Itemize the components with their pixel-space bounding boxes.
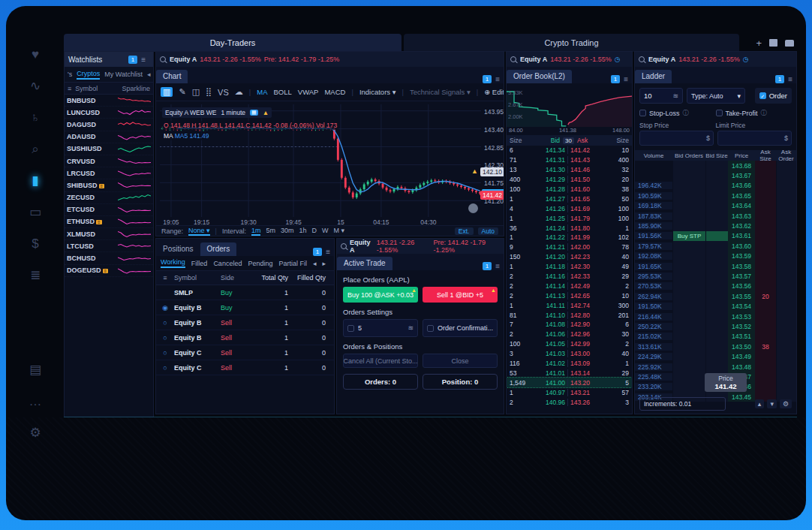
ladder-price[interactable]: 143.51 [728, 332, 755, 342]
ladder-bid-size[interactable] [705, 170, 728, 180]
ladder-bid-size[interactable] [705, 271, 728, 281]
hamburger-icon[interactable]: ≡ [68, 85, 71, 92]
ladder-ask-size[interactable] [755, 191, 776, 200]
ladder-ask-order[interactable] [776, 362, 796, 372]
ladder-bid-order[interactable] [672, 372, 705, 381]
indicator-macd[interactable]: MACD [324, 88, 345, 96]
ladder-row[interactable]: 143.67 [635, 170, 796, 180]
range-value[interactable]: None ▾ [188, 227, 210, 236]
ladder-bid-order[interactable] [672, 161, 705, 170]
ladder-bid-size[interactable] [705, 251, 728, 261]
ladder-price[interactable]: 143.55 [728, 291, 755, 301]
ladder-price[interactable]: 143.56 [728, 282, 755, 291]
cancel-all-button[interactable]: Cancel All (Current Sto... [343, 354, 418, 368]
tab-chart[interactable]: Chart [156, 70, 188, 83]
col-total-qty[interactable]: Total Qty [248, 274, 288, 282]
legend-symbol[interactable]: Equity A WEB WE [165, 109, 217, 116]
ladder-ask-size[interactable] [755, 231, 776, 241]
ladder-bid-size[interactable] [705, 201, 728, 211]
ladder-ask-order[interactable] [776, 342, 796, 351]
layout-icon[interactable]: ⣿ [206, 87, 212, 97]
watchlist-row[interactable]: BCHUSD [65, 252, 153, 264]
order-book-row[interactable]: 400141.29141.5020 [507, 175, 632, 185]
watchlist-row[interactable]: XLMUSD [65, 228, 153, 240]
ladder-price[interactable]: 143.49 [728, 351, 755, 361]
ladder-bid-size[interactable] [705, 342, 728, 351]
ladder-ask-size[interactable] [755, 321, 776, 331]
ladder-ask-order[interactable] [776, 201, 796, 211]
ladder-row[interactable]: 190.59K143.65 [635, 191, 796, 200]
order-book-menu-icon[interactable]: ≡ [624, 75, 628, 83]
workspace-tab-crypto-trading[interactable]: Crypto Trading [404, 34, 739, 52]
qty-checkbox[interactable] [347, 325, 354, 332]
ladder-ask-size[interactable] [755, 372, 776, 381]
ladder-bid-size[interactable] [705, 161, 728, 170]
subtab-partial-fil[interactable]: Partial Fil [278, 260, 307, 267]
order-book-row[interactable]: 100141.28141.6038 [507, 185, 632, 194]
take-profit-checkbox[interactable] [716, 110, 723, 116]
watchlist-row[interactable]: ETHUSD≡ [65, 216, 153, 228]
order-book-row[interactable]: 6141.34141.4210 [507, 146, 632, 155]
indicator-ma[interactable]: MA [257, 88, 267, 96]
ladder-menu-icon[interactable]: ≡ [788, 75, 792, 83]
interval-1h[interactable]: 1h [299, 227, 306, 236]
ladder-ask-size[interactable] [755, 261, 776, 271]
ladder-bid-order[interactable] [672, 170, 705, 180]
ladder-ask-size[interactable] [755, 241, 776, 251]
technical-signals-dropdown[interactable]: Technical Signals ▾ [410, 88, 471, 96]
active-trade-symbol[interactable]: Equity A [350, 239, 374, 254]
ladder-row[interactable]: 169.18K143.64 [635, 201, 796, 211]
interval-W[interactable]: W [322, 227, 329, 236]
price-axis[interactable]: 143.95143.40142.85142.30141.75141.20▲142… [482, 104, 504, 217]
draw-icon[interactable]: ✎ [179, 87, 185, 97]
add-workspace-icon[interactable]: + [756, 38, 762, 49]
ladder-settings-icon[interactable]: ⚙ [780, 399, 792, 408]
stop-price-input[interactable]: $ [639, 131, 714, 146]
ladder-bid-size[interactable] [705, 261, 728, 271]
tab-ladder[interactable]: Ladder [635, 70, 672, 83]
order-book-row[interactable]: 2141.16142.3329 [507, 272, 632, 282]
ladder-bid-size[interactable] [705, 181, 728, 191]
default-qty-input[interactable]: 5 [358, 324, 362, 332]
ladder-bid-order[interactable] [672, 321, 705, 331]
auto-button[interactable]: Auto [478, 227, 499, 235]
ladder-bid-size[interactable] [705, 362, 728, 372]
ladder-price[interactable]: 143.58 [728, 261, 755, 271]
ladder-ask-order[interactable] [776, 301, 796, 311]
ladder-bid-order[interactable]: Buy STP [672, 231, 705, 241]
ladder-ask-size[interactable] [755, 301, 776, 311]
ladder-row[interactable]: 185.90K143.62 [635, 221, 796, 230]
orders-menu-icon[interactable]: ≡ [326, 248, 330, 256]
last-price-badge[interactable]: 141.42 [480, 191, 504, 200]
ladder-bid-size[interactable] [705, 241, 728, 251]
interval-1m[interactable]: 1m [251, 227, 261, 236]
ladder-price[interactable]: 143.53 [728, 312, 755, 321]
active-trade-menu-icon[interactable]: ≡ [495, 262, 500, 270]
order-book-row[interactable]: 2140.96143.263 [507, 397, 632, 407]
compare-icon[interactable]: ◫ [192, 87, 200, 97]
ladder-ask-size[interactable]: 20 [755, 291, 776, 301]
ladder-ask-order[interactable] [776, 261, 796, 271]
order-book-row[interactable]: 53141.01143.1429 [507, 368, 632, 378]
clock-icon[interactable]: ◷ [743, 56, 749, 63]
ladder-price[interactable]: 143.54 [728, 301, 755, 311]
watchlist-row[interactable]: LTCUSD [65, 240, 153, 252]
watchlist-row[interactable]: ZECUSD [65, 192, 153, 204]
stop-loss-checkbox[interactable] [639, 110, 646, 116]
buy-button[interactable]: Buy 100 @ASK +0.03▲ [343, 287, 418, 303]
ladder-bid-order[interactable] [672, 191, 705, 200]
ladder-ask-size[interactable] [755, 351, 776, 361]
ladder-bid-order[interactable] [672, 332, 705, 342]
order-book-row[interactable]: 7141.08142.906 [507, 320, 632, 330]
clock-icon[interactable]: ◷ [615, 56, 621, 63]
sell-button[interactable]: Sell 1 @BID +5▲ [423, 287, 498, 303]
ladder-ask-order[interactable] [776, 271, 796, 281]
watchlist-tab-prev[interactable]: 's [68, 71, 72, 78]
watchlist-row[interactable]: DAGUSD [65, 119, 153, 131]
ladder-bid-size[interactable] [705, 231, 728, 241]
tab-active-trade[interactable]: Active Trade [337, 257, 392, 270]
ladder-ask-order[interactable] [776, 251, 796, 261]
ladder-ask-order[interactable] [776, 372, 796, 381]
edit-indicators-button[interactable]: ⊕ Edit Indicat [484, 88, 504, 96]
ladder-bid-size[interactable] [705, 291, 728, 301]
